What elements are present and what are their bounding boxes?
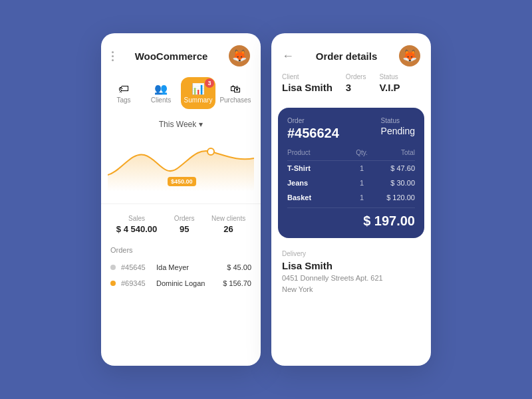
- left-card: WooCommerce 🦊 🏷 Tags 👥 Clients 3 📊 Summa…: [101, 33, 261, 366]
- order-number-value: #456624: [287, 126, 339, 141]
- client-label: Client: [282, 73, 332, 80]
- item2-qty: 1: [352, 179, 372, 187]
- delivery-name: Lisa Smith: [282, 260, 420, 271]
- period-selector[interactable]: This Week ▾: [101, 113, 261, 132]
- order-status-value: Pending: [381, 126, 415, 136]
- stat-new-clients-label: New clients: [211, 215, 245, 222]
- order-id-1: #45645: [121, 263, 151, 271]
- chart-area: $450.00: [101, 132, 261, 198]
- order-name-1: Ida Meyer: [156, 263, 221, 271]
- tab-clients-label: Clients: [151, 96, 172, 104]
- stat-sales-value: $ 4 540.00: [116, 224, 157, 234]
- item3-total: $ 120.00: [372, 194, 415, 201]
- order-dark-top: Order #456624 Status Pending: [287, 117, 415, 141]
- stat-orders: Orders 95: [174, 215, 195, 234]
- left-card-title: WooCommerce: [135, 51, 208, 62]
- left-card-header: WooCommerce 🦊: [101, 33, 261, 73]
- delivery-address-line1: 0451 Donnelly Streets Apt. 621: [282, 274, 383, 282]
- col-product-header: Product: [287, 149, 352, 156]
- svg-point-0: [207, 148, 214, 155]
- col-qty-header: Qty.: [352, 149, 372, 156]
- order-number-block: Order #456624: [287, 117, 339, 141]
- item3-product: Basket: [287, 194, 352, 201]
- order-dot-2: [110, 281, 116, 286]
- item2-total: $ 30.00: [372, 179, 415, 187]
- tag-icon: 🏷: [118, 83, 129, 95]
- tabs-row: 🏷 Tags 👥 Clients 3 📊 Summary 🛍 Purchases: [101, 73, 261, 113]
- stats-row: Sales $ 4 540.00 Orders 95 New clients 2…: [101, 203, 261, 239]
- tab-tags-label: Tags: [116, 96, 130, 104]
- right-card-header: ← Order details 🦊: [271, 33, 431, 73]
- avatar-left: 🦊: [229, 45, 250, 66]
- tab-tags[interactable]: 🏷 Tags: [106, 77, 141, 109]
- bag-icon: 🛍: [230, 83, 241, 95]
- clients-icon: 👥: [154, 82, 168, 95]
- chart-icon: 📊: [192, 82, 205, 95]
- order-item-3: Basket 1 $ 120.00: [287, 190, 415, 205]
- item1-product: T-Shirt: [287, 164, 352, 172]
- right-card: ← Order details 🦊 Client Lisa Smith Orde…: [271, 33, 431, 366]
- client-name-item: Client Lisa Smith: [282, 73, 332, 93]
- client-value: Lisa Smith: [282, 82, 332, 93]
- order-dark-card: Order #456624 Status Pending Product Qty…: [278, 108, 424, 238]
- summary-badge: 3: [205, 78, 214, 88]
- order-id-2: #69345: [121, 279, 151, 287]
- delivery-label: Delivery: [282, 250, 420, 257]
- order-total-value: $ 197.00: [363, 213, 415, 229]
- stat-sales: Sales $ 4 540.00: [116, 215, 157, 234]
- tab-summary[interactable]: 3 📊 Summary: [181, 77, 215, 109]
- stat-new-clients: New clients 26: [211, 215, 245, 234]
- period-label: This Week: [159, 120, 196, 129]
- cards-container: WooCommerce 🦊 🏷 Tags 👥 Clients 3 📊 Summa…: [101, 33, 431, 366]
- order-number-label: Order: [287, 117, 339, 124]
- delivery-section: Delivery Lisa Smith 0451 Donnelly Street…: [271, 243, 431, 304]
- order-name-2: Dominic Logan: [156, 279, 217, 287]
- orders-count-label: Orders: [346, 73, 366, 80]
- delivery-address: 0451 Donnelly Streets Apt. 621 New York: [282, 273, 420, 295]
- client-status-label: Status: [379, 73, 400, 80]
- order-total-row: $ 197.00: [287, 207, 415, 229]
- tab-purchases[interactable]: 🛍 Purchases: [218, 77, 253, 109]
- delivery-address-line2: New York: [282, 285, 313, 293]
- right-card-title: Order details: [316, 51, 378, 62]
- tab-summary-label: Summary: [184, 96, 213, 104]
- tab-purchases-label: Purchases: [219, 96, 251, 104]
- item1-qty: 1: [352, 164, 372, 172]
- item1-total: $ 47.60: [372, 164, 415, 172]
- chart-price-label: $450.00: [168, 177, 196, 186]
- client-status-item: Status V.I.P: [379, 73, 400, 93]
- order-item-2: Jeans 1 $ 30.00: [287, 176, 415, 190]
- stat-orders-label: Orders: [174, 215, 195, 222]
- dots-menu[interactable]: [112, 51, 114, 61]
- order-status-block: Status Pending: [381, 117, 415, 141]
- back-button[interactable]: ←: [282, 49, 294, 63]
- client-status-value: V.I.P: [379, 82, 400, 93]
- chevron-down-icon: ▾: [199, 120, 203, 129]
- stat-sales-label: Sales: [128, 215, 145, 222]
- item3-qty: 1: [352, 194, 372, 201]
- orders-section-title: Orders: [110, 246, 251, 254]
- orders-count-item: Orders 3: [346, 73, 366, 93]
- orders-count-value: 3: [346, 82, 366, 93]
- item2-product: Jeans: [287, 179, 352, 187]
- order-item-1: T-Shirt 1 $ 47.60: [287, 161, 415, 176]
- order-amount-1: $ 45.00: [227, 263, 251, 271]
- stat-orders-value: 95: [180, 224, 189, 234]
- client-info-row: Client Lisa Smith Orders 3 Status V.I.P: [271, 73, 431, 102]
- col-total-header: Total: [372, 149, 415, 156]
- order-status-label: Status: [381, 117, 415, 124]
- order-table-header: Product Qty. Total: [287, 149, 415, 161]
- order-row-1: #45645 Ida Meyer $ 45.00: [110, 259, 251, 275]
- tab-pro[interactable]: 🔖 Pro: [255, 77, 261, 109]
- tab-clients[interactable]: 👥 Clients: [144, 77, 178, 109]
- orders-section: Orders #45645 Ida Meyer $ 45.00 #69345 D…: [101, 239, 261, 298]
- order-amount-2: $ 156.70: [223, 279, 251, 287]
- order-dot-1: [110, 265, 116, 270]
- order-row-2: #69345 Dominic Logan $ 156.70: [110, 275, 251, 291]
- avatar-right: 🦊: [399, 45, 420, 66]
- stat-new-clients-value: 26: [223, 224, 233, 234]
